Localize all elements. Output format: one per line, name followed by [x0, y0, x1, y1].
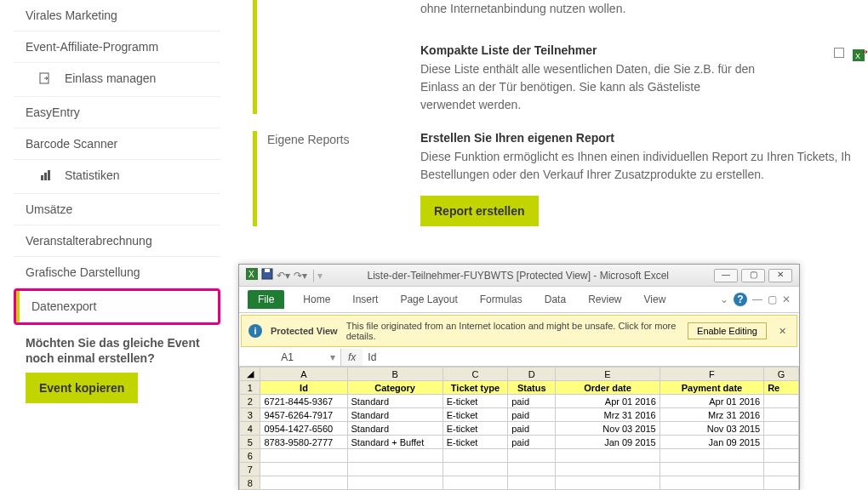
- col-header-e[interactable]: E: [556, 368, 660, 381]
- list-desc-tail: ohne Internetanbindung nutzen wollen.: [420, 0, 757, 18]
- section-list-prev: ohne Internetanbindung nutzen wollen. Ko…: [253, 0, 868, 114]
- kompakt-title: Kompakte Liste der Teilnehmer: [420, 43, 757, 57]
- info-icon: i: [248, 324, 262, 338]
- fx-icon[interactable]: fx: [341, 351, 363, 363]
- help-icon[interactable]: ?: [734, 293, 747, 306]
- col-header-g[interactable]: G: [764, 368, 799, 381]
- section-label-empty: [267, 0, 420, 114]
- excel-title-text: Liste-der-Teilnehmer-FUYBWTS [Protected …: [328, 270, 710, 282]
- sidebar-item-label: Umsätze: [26, 202, 72, 216]
- sidebar-item-label: EasyEntry: [26, 105, 80, 119]
- highlight-datenexport: Datenexport: [14, 288, 220, 325]
- col-header-b[interactable]: B: [347, 368, 443, 381]
- window-minimize-button[interactable]: —: [714, 269, 738, 282]
- formula-bar: A1 ▾ fx Id: [239, 349, 799, 367]
- sidebar-item-affiliate[interactable]: Event-Affiliate-Programm: [14, 31, 220, 63]
- svg-rect-2: [44, 173, 47, 180]
- excel-export-icon[interactable]: X: [853, 48, 868, 63]
- sidebar-item-einlass[interactable]: Einlass managen: [14, 63, 220, 97]
- excel-logo-icon: X: [246, 268, 258, 282]
- promo-box: Möchten Sie das gleiche Event noch einma…: [14, 325, 220, 413]
- ribbon-tab-data[interactable]: Data: [541, 290, 569, 309]
- save-icon[interactable]: [261, 268, 273, 282]
- name-box[interactable]: A1 ▾: [239, 349, 341, 366]
- row-header[interactable]: 2: [240, 395, 260, 408]
- sidebar-item-barcode[interactable]: Barcode Scanner: [14, 128, 220, 160]
- table-row[interactable]: 7: [240, 463, 799, 476]
- namebox-chevron-icon[interactable]: ▾: [330, 351, 335, 363]
- enable-editing-button[interactable]: Enable Editing: [688, 322, 767, 339]
- sidebar-item-label: Grafische Darstellung: [26, 265, 140, 279]
- kompakt-checkbox[interactable]: [834, 48, 844, 58]
- entry-icon: [39, 71, 54, 88]
- table-row[interactable]: 58783-9580-2777Standard + BuffetE-ticket…: [240, 436, 799, 449]
- table-row[interactable]: 39457-6264-7917StandardE-ticketpaidMrz 3…: [240, 408, 799, 422]
- ribbon-close-icon[interactable]: ✕: [782, 293, 791, 305]
- kompakt-desc: Diese Liste enthält alle wesentlichen Da…: [420, 60, 757, 114]
- sidebar-item-label: Virales Marketing: [26, 9, 117, 22]
- ribbon-tab-review[interactable]: Review: [585, 290, 625, 309]
- col-header-c[interactable]: C: [443, 368, 508, 381]
- table-header-row[interactable]: 1 Id Category Ticket type Status Order d…: [240, 381, 799, 395]
- sidebar-item-datenexport[interactable]: Datenexport: [16, 291, 218, 322]
- reports-title: Erstellen Sie Ihren eigenen Report: [420, 131, 859, 145]
- table-row[interactable]: 8: [240, 476, 799, 490]
- excel-ribbon: File Home Insert Page Layout Formulas Da…: [239, 287, 799, 313]
- ribbon-tab-insert[interactable]: Insert: [349, 290, 381, 309]
- ribbon-tab-file[interactable]: File: [248, 290, 284, 309]
- sidebar-item-label: Datenexport: [31, 299, 96, 313]
- pv-close-icon[interactable]: ✕: [775, 326, 790, 337]
- formula-input[interactable]: Id: [363, 349, 799, 366]
- row-header[interactable]: 8: [240, 476, 260, 490]
- table-row[interactable]: 40954-1427-6560StandardE-ticketpaidNov 0…: [240, 422, 799, 436]
- table-row[interactable]: 26721-8445-9367StandardE-ticketpaidApr 0…: [240, 395, 799, 408]
- row-header[interactable]: 1: [240, 381, 260, 395]
- sidebar-item-label: Barcode Scanner: [26, 137, 117, 151]
- undo-icon[interactable]: ↶▾: [277, 270, 290, 282]
- section-bar: [253, 131, 257, 226]
- row-header[interactable]: 5: [240, 436, 260, 449]
- svg-rect-1: [41, 175, 43, 180]
- ribbon-tab-pagelayout[interactable]: Page Layout: [397, 290, 460, 309]
- sidebar-item-statistiken[interactable]: Statistiken: [14, 160, 220, 194]
- ribbon-tab-home[interactable]: Home: [300, 290, 334, 309]
- svg-text:X: X: [855, 52, 860, 60]
- col-header-a[interactable]: A: [260, 368, 347, 381]
- row-header[interactable]: 6: [240, 449, 260, 463]
- stats-icon: [39, 168, 54, 185]
- select-all-corner[interactable]: ◢: [240, 368, 260, 381]
- col-header-d[interactable]: D: [508, 368, 556, 381]
- redo-icon[interactable]: ↷▾: [294, 270, 307, 282]
- row-header[interactable]: 3: [240, 408, 260, 422]
- sidebar-item-label: Veranstalterabrechnung: [26, 234, 152, 248]
- section-reports: Eigene Reports Erstellen Sie Ihren eigen…: [253, 131, 868, 226]
- col-header-f[interactable]: F: [660, 368, 763, 381]
- sidebar-item-easyentry[interactable]: EasyEntry: [14, 97, 220, 128]
- event-copy-button[interactable]: Event kopieren: [26, 373, 138, 403]
- svg-text:X: X: [248, 270, 254, 279]
- window-restore-button[interactable]: ▢: [741, 269, 765, 282]
- window-close-button[interactable]: ✕: [768, 269, 792, 282]
- row-header[interactable]: 7: [240, 463, 260, 476]
- ribbon-min-icon[interactable]: —: [752, 293, 762, 305]
- ribbon-tab-formulas[interactable]: Formulas: [477, 290, 526, 309]
- ribbon-tab-view[interactable]: View: [641, 290, 670, 309]
- ribbon-restore-icon[interactable]: ▢: [768, 293, 777, 305]
- svg-rect-3: [48, 170, 50, 180]
- table-row[interactable]: 6: [240, 449, 799, 463]
- row-header[interactable]: 4: [240, 422, 260, 436]
- sidebar-item-abrechnung[interactable]: Veranstalterabrechnung: [14, 225, 220, 257]
- sidebar-item-umsaetze[interactable]: Umsätze: [14, 194, 220, 225]
- sidebar-item-label: Einlass managen: [65, 71, 156, 85]
- promo-text: Möchten Sie das gleiche Event noch einma…: [26, 335, 208, 366]
- protected-view-bar: i Protected View This file originated fr…: [241, 315, 797, 347]
- report-create-button[interactable]: Report erstellen: [420, 196, 539, 226]
- ribbon-chevron-icon[interactable]: ⌄: [720, 293, 728, 305]
- svg-rect-9: [265, 269, 270, 272]
- sidebar-item-label: Statistiken: [65, 168, 120, 182]
- sidebar-item-virales-marketing[interactable]: Virales Marketing: [14, 0, 220, 31]
- excel-titlebar[interactable]: X ↶▾ ↷▾ │▾ Liste-der-Teilnehmer-FUYBWTS …: [239, 265, 799, 287]
- sidebar-item-grafisch[interactable]: Grafische Darstellung: [14, 257, 220, 288]
- pv-label: Protected View: [271, 326, 338, 336]
- spreadsheet-grid[interactable]: ◢ A B C D E F G 1 Id Category Ticket typ…: [239, 367, 799, 490]
